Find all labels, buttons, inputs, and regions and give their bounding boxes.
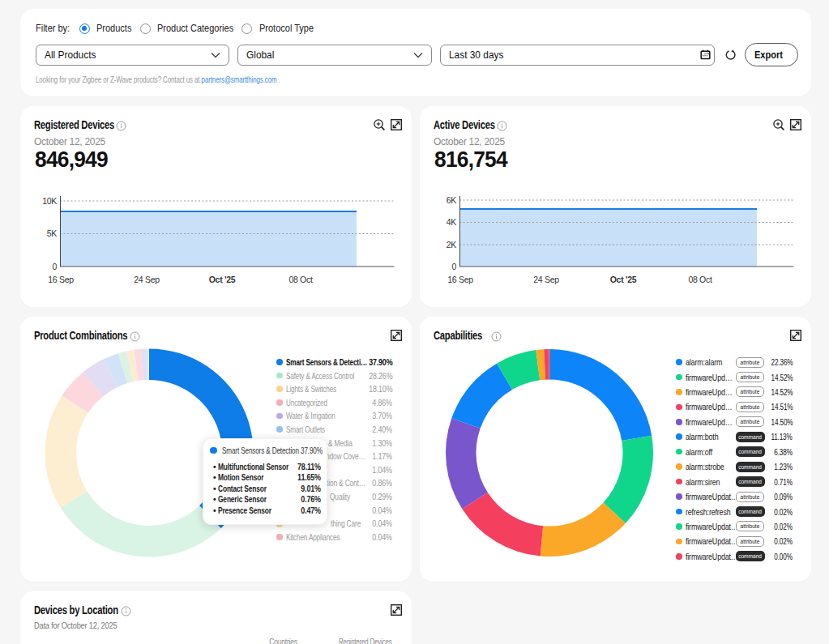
svg-text:0: 0 (52, 262, 57, 271)
svg-text:08 Oct: 08 Oct (288, 275, 313, 284)
svg-text:Oct '25: Oct '25 (209, 275, 236, 284)
svg-text:0: 0 (451, 262, 456, 271)
svg-text:6K: 6K (447, 195, 457, 205)
svg-text:4K: 4K (447, 217, 457, 227)
svg-text:10K: 10K (42, 196, 57, 206)
svg-text:Oct '25: Oct '25 (610, 275, 637, 284)
svg-text:16 Sep: 16 Sep (48, 275, 74, 284)
svg-text:16 Sep: 16 Sep (447, 275, 473, 284)
svg-text:24 Sep: 24 Sep (533, 275, 559, 284)
svg-text:2K: 2K (447, 240, 457, 249)
svg-text:24 Sep: 24 Sep (134, 275, 160, 284)
svg-text:08 Oct: 08 Oct (688, 275, 712, 284)
svg-text:5K: 5K (47, 228, 58, 238)
